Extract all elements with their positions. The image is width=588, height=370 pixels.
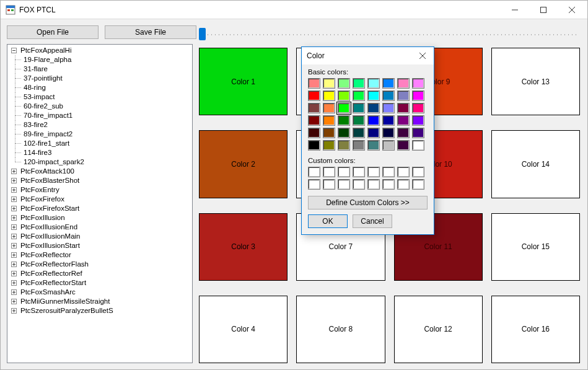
color-dialog-close-button[interactable]	[415, 50, 430, 62]
basic-color-cell[interactable]	[308, 103, 320, 113]
custom-color-cell[interactable]	[323, 179, 335, 190]
tree-node[interactable]: PtcFoxSmashArc	[19, 288, 77, 296]
basic-color-cell[interactable]	[397, 78, 410, 89]
basic-color-cell[interactable]	[338, 128, 350, 138]
expander-icon[interactable]	[11, 308, 17, 314]
basic-color-cell[interactable]	[308, 115, 320, 126]
basic-color-cell[interactable]	[338, 90, 350, 101]
basic-color-cell[interactable]	[367, 140, 380, 151]
color-swatch-12[interactable]: Color 12	[394, 296, 483, 363]
custom-color-cell[interactable]	[338, 179, 350, 190]
tree-view[interactable]: PtcFoxAppealHi19-Flare_alpha31-flare37-p…	[7, 44, 193, 363]
color-swatch-13[interactable]: Color 13	[491, 48, 580, 115]
basic-color-cell[interactable]	[412, 78, 424, 89]
basic-color-cell[interactable]	[338, 103, 350, 113]
tree-node[interactable]: PtcFoxReflectorStart	[19, 279, 87, 286]
expander-icon[interactable]	[11, 271, 17, 276]
expander-icon[interactable]	[11, 196, 17, 202]
tree-node[interactable]: 48-ring	[22, 84, 47, 91]
basic-color-cell[interactable]	[323, 115, 335, 126]
custom-color-cell[interactable]	[367, 167, 380, 177]
close-button[interactable]	[558, 1, 586, 19]
basic-color-cell[interactable]	[382, 78, 395, 89]
basic-color-cell[interactable]	[323, 140, 335, 151]
maximize-button[interactable]	[529, 1, 558, 19]
tree-node[interactable]: 70-fire_impact1	[22, 112, 74, 119]
custom-color-cell[interactable]	[382, 167, 395, 177]
basic-color-cell[interactable]	[323, 128, 335, 138]
basic-color-cell[interactable]	[353, 115, 365, 126]
cancel-button[interactable]: Cancel	[353, 214, 392, 228]
basic-color-cell[interactable]	[308, 78, 320, 89]
basic-color-cell[interactable]	[397, 128, 410, 138]
custom-color-cell[interactable]	[323, 167, 335, 177]
custom-color-cell[interactable]	[353, 179, 365, 190]
basic-color-cell[interactable]	[412, 90, 424, 101]
tree-node[interactable]: 37-pointlight	[22, 74, 64, 82]
color-swatch-8[interactable]: Color 8	[296, 296, 385, 363]
color-swatch-1[interactable]: Color 1	[199, 48, 287, 115]
basic-color-cell[interactable]	[397, 140, 410, 151]
minimize-button[interactable]	[501, 1, 529, 19]
basic-color-cell[interactable]	[397, 103, 410, 113]
basic-color-cell[interactable]	[353, 78, 365, 89]
basic-color-cell[interactable]	[353, 140, 365, 151]
tree-node[interactable]: 31-flare	[22, 65, 49, 73]
basic-color-cell[interactable]	[412, 128, 424, 138]
basic-color-cell[interactable]	[382, 90, 395, 101]
expander-icon[interactable]	[11, 280, 17, 286]
color-swatch-14[interactable]: Color 14	[491, 130, 580, 198]
basic-color-cell[interactable]	[367, 115, 380, 126]
custom-color-cell[interactable]	[382, 179, 395, 190]
tree-node[interactable]: PtcFoxIllusionEnd	[19, 223, 79, 231]
color-swatch-15[interactable]: Color 15	[491, 213, 580, 281]
expander-icon[interactable]	[11, 243, 17, 249]
custom-color-cell[interactable]	[338, 167, 350, 177]
basic-color-cell[interactable]	[382, 103, 395, 113]
tree-node[interactable]: 102-fire1_start	[22, 139, 71, 147]
basic-color-cell[interactable]	[338, 115, 350, 126]
custom-color-cell[interactable]	[367, 179, 380, 190]
color-swatch-2[interactable]: Color 2	[199, 130, 287, 198]
basic-color-cell[interactable]	[412, 140, 424, 151]
tree-node[interactable]: 114-fire3	[22, 149, 53, 156]
tree-node[interactable]: PtcFoxAppealHi	[19, 46, 72, 54]
tree-node[interactable]: PtcFoxFirefoxStart	[19, 205, 81, 212]
basic-color-cell[interactable]	[412, 115, 424, 126]
basic-color-cell[interactable]	[382, 115, 395, 126]
expander-icon[interactable]	[11, 48, 17, 53]
expander-icon[interactable]	[11, 252, 17, 258]
basic-color-cell[interactable]	[367, 103, 380, 113]
save-file-button[interactable]: Save File	[105, 25, 196, 39]
custom-color-cell[interactable]	[308, 167, 320, 177]
expander-icon[interactable]	[11, 299, 17, 304]
basic-color-cell[interactable]	[382, 140, 395, 151]
color-swatch-4[interactable]: Color 4	[199, 296, 287, 363]
basic-color-cell[interactable]	[367, 78, 380, 89]
basic-color-cell[interactable]	[338, 78, 350, 89]
basic-color-cell[interactable]	[308, 90, 320, 101]
expander-icon[interactable]	[11, 289, 17, 295]
tree-node[interactable]: PtcFoxReflectorFlash	[19, 260, 90, 268]
custom-color-cell[interactable]	[308, 179, 320, 190]
basic-color-cell[interactable]	[308, 140, 320, 151]
tree-node[interactable]: PtcFoxReflector	[19, 251, 72, 258]
tree-node[interactable]: PtcFoxIllusionStart	[19, 242, 81, 249]
basic-color-cell[interactable]	[353, 128, 365, 138]
custom-color-cell[interactable]	[397, 167, 410, 177]
tree-node[interactable]: PtcFoxBlasterShot	[19, 177, 81, 184]
expander-icon[interactable]	[11, 262, 17, 267]
basic-color-cell[interactable]	[323, 103, 335, 113]
tree-node[interactable]: 19-Flare_alpha	[22, 56, 72, 63]
frame-slider[interactable]	[199, 27, 581, 39]
color-swatch-16[interactable]: Color 16	[491, 296, 580, 363]
basic-color-cell[interactable]	[308, 128, 320, 138]
custom-color-cell[interactable]	[397, 179, 410, 190]
tree-node[interactable]: PtcFoxAttack100	[19, 167, 76, 175]
tree-node[interactable]: PtcFoxFirefox	[19, 195, 66, 203]
define-custom-colors-button[interactable]: Define Custom Colors >>	[308, 196, 428, 209]
tree-node[interactable]: PtcMiiGunnerMissileStraight	[19, 297, 111, 305]
slider-thumb[interactable]	[199, 28, 206, 40]
expander-icon[interactable]	[11, 215, 17, 221]
tree-node[interactable]: 53-impact	[22, 93, 56, 100]
